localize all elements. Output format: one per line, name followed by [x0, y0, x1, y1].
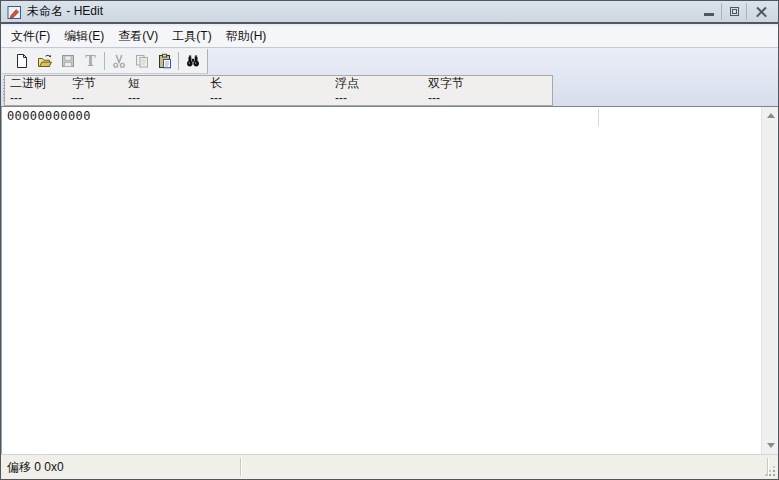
menu-view[interactable]: 查看(V) [111, 25, 165, 48]
toolbar-separator [104, 52, 105, 70]
field-label: 浮点 [335, 76, 359, 91]
menu-tools[interactable]: 工具(T) [165, 25, 218, 48]
inspector-field-long: 长 --- [210, 76, 222, 105]
paste-button[interactable] [153, 50, 176, 72]
window-title: 未命名 - HEdit [27, 1, 103, 22]
open-file-icon [37, 53, 53, 69]
app-icon[interactable] [7, 5, 22, 20]
field-label: 二进制 [10, 76, 46, 91]
find-icon [185, 53, 201, 69]
inspector-field-float: 浮点 --- [335, 76, 359, 105]
new-file-icon [14, 53, 30, 69]
minimize-button[interactable] [696, 3, 721, 20]
open-file-button[interactable] [33, 50, 56, 72]
offset-status: 偏移 0 0x0 [7, 455, 64, 479]
cut-button[interactable] [107, 50, 130, 72]
paste-icon [157, 53, 173, 69]
field-value: --- [428, 91, 464, 105]
copy-button[interactable] [130, 50, 153, 72]
data-inspector-panel: 二进制 --- 字节 --- 短 --- 长 --- 浮点 --- 双字节 --… [4, 75, 553, 106]
arrow-up-icon [767, 113, 775, 118]
inspector-field-byte: 字节 --- [72, 76, 96, 105]
cut-icon [111, 53, 127, 69]
status-bar: 偏移 0 0x0 [1, 454, 778, 479]
find-button[interactable] [181, 50, 204, 72]
column-divider-line [598, 109, 599, 126]
field-label: 字节 [72, 76, 96, 91]
minimize-icon [704, 13, 714, 16]
field-value: --- [10, 91, 46, 105]
field-label: 短 [128, 76, 140, 91]
new-file-button[interactable] [10, 50, 33, 72]
menu-bar: 文件(F) 编辑(E) 查看(V) 工具(T) 帮助(H) [1, 26, 778, 47]
arrow-down-icon [767, 443, 775, 448]
window-controls [696, 3, 776, 21]
field-value: --- [72, 91, 96, 105]
field-label: 长 [210, 76, 222, 91]
close-button[interactable] [746, 3, 776, 20]
field-label: 双字节 [428, 76, 464, 91]
rebar: T [1, 47, 778, 106]
toolbar: T [2, 49, 208, 74]
title-bar[interactable]: 未命名 - HEdit [1, 1, 778, 24]
field-value: --- [210, 91, 222, 105]
maximize-button[interactable] [721, 3, 746, 20]
vertical-scrollbar[interactable] [761, 107, 778, 454]
inspector-field-short: 短 --- [128, 76, 140, 105]
scroll-down-button[interactable] [762, 437, 779, 454]
close-icon [755, 6, 768, 17]
save-button[interactable] [56, 50, 79, 72]
resize-grip[interactable] [773, 474, 775, 476]
menu-help[interactable]: 帮助(H) [219, 25, 274, 48]
save-icon [60, 53, 76, 69]
copy-icon [134, 53, 150, 69]
menu-edit[interactable]: 编辑(E) [57, 25, 111, 48]
field-value: --- [128, 91, 140, 105]
status-separator [240, 458, 241, 476]
status-separator [767, 458, 768, 476]
inspector-field-binary: 二进制 --- [10, 76, 46, 105]
hedit-window: 未命名 - HEdit 文件(F) 编辑(E) 查看(V) 工具(T) 帮助(H… [0, 0, 779, 480]
field-value: --- [335, 91, 359, 105]
maximize-icon [730, 7, 739, 16]
menu-file[interactable]: 文件(F) [4, 25, 57, 48]
offset-column-text[interactable]: 00000000000 [7, 109, 91, 123]
text-icon: T [85, 54, 95, 68]
text-mode-button[interactable]: T [79, 50, 102, 72]
inspector-field-word: 双字节 --- [428, 76, 464, 105]
hex-edit-area[interactable]: 00000000000 [1, 106, 778, 454]
toolbar-separator [178, 52, 179, 70]
scroll-up-button[interactable] [762, 107, 779, 124]
